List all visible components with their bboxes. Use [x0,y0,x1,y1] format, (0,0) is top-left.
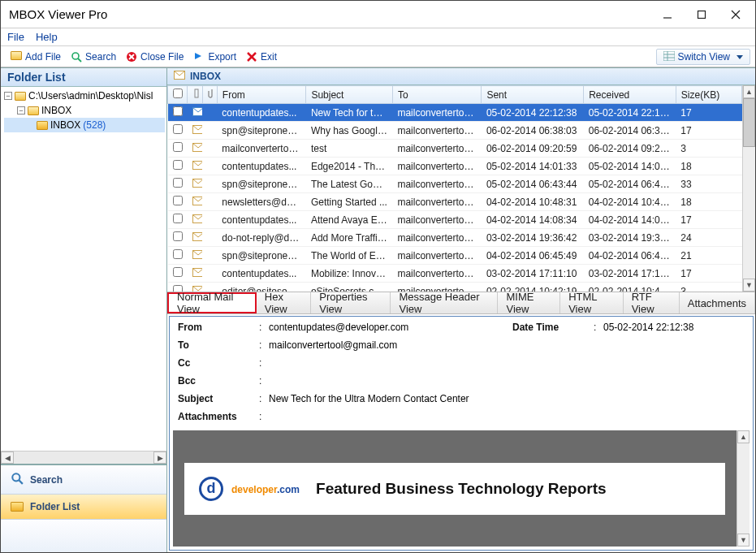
scroll-track[interactable] [14,451,153,464]
add-file-button[interactable]: Add File [6,50,66,64]
table-row[interactable]: spn@sitepronew...The World of Eco...mail… [168,247,742,265]
preview-vscrollbar[interactable]: ▲ ▼ [737,430,750,547]
table-row[interactable]: spn@sitepronew...Why has Google ...mailc… [168,122,742,140]
col-to[interactable]: To [392,86,482,104]
row-received: 05-02-2014 06:43:... [584,175,676,193]
col-size[interactable]: Size(KB) [676,86,741,104]
scroll-track[interactable] [737,443,750,534]
table-row[interactable]: contentupdates...New Tech for the ...mai… [168,104,742,122]
table-row[interactable]: newsletters@dev...Getting Started ...mai… [168,193,742,211]
scroll-up-icon[interactable]: ▲ [737,430,750,443]
tree-root[interactable]: − C:\Users\admin\Desktop\Nisl [4,89,165,103]
col-checkbox[interactable] [168,86,188,104]
tab-rtf-view[interactable]: RTF View [624,292,680,313]
folder-header-label: INBOX [190,71,221,82]
tab-mime-view[interactable]: MIME View [498,292,560,313]
switch-view-button[interactable]: Switch View [656,49,750,65]
maximize-button[interactable] [685,4,718,25]
tab-normal-mail-view[interactable]: Normal Mail View [167,292,257,313]
row-received: 02-02-2014 10:42:... [584,283,676,292]
preview-banner: d developer.com Featured Business Techno… [184,463,725,515]
col-flag[interactable] [188,86,202,104]
row-checkbox-input[interactable] [173,142,183,152]
table-row[interactable]: spn@sitepronew...The Latest Googl...mail… [168,175,742,193]
row-checkbox-input[interactable] [173,249,183,259]
mail-vscrollbar[interactable]: ▲ ▼ [742,85,755,292]
row-size: 18 [676,193,741,211]
row-checkbox-input[interactable] [173,124,183,134]
scroll-up-icon[interactable]: ▲ [743,85,755,98]
col-from[interactable]: From [217,86,306,104]
row-checkbox[interactable] [168,283,188,292]
mail-icon [188,140,202,158]
col-subject[interactable]: Subject [306,86,393,104]
tab-hex-view[interactable]: Hex View [257,292,311,313]
tree-inbox-sub[interactable]: INBOX (528) [4,118,165,132]
row-checkbox-input[interactable] [173,285,183,292]
col-received[interactable]: Received [584,86,676,104]
table-row[interactable]: contentupdates...Mobilize: Innovat...mai… [168,265,742,283]
row-checkbox[interactable] [168,140,188,158]
search-button[interactable]: Search [66,50,121,64]
scroll-down-icon[interactable]: ▼ [743,279,755,292]
row-subject: Mobilize: Innovat... [306,265,393,283]
close-file-button[interactable]: Close File [121,50,188,64]
tree-hscrollbar[interactable]: ◀ ▶ [1,451,166,464]
tab-message-header-view[interactable]: Message Header View [391,292,498,313]
tab-properties-view[interactable]: Properties View [311,292,391,313]
table-row[interactable]: contentupdates...Attend Avaya Evo...mail… [168,211,742,229]
row-checkbox[interactable] [168,122,188,140]
row-checkbox[interactable] [168,193,188,211]
row-checkbox-input[interactable] [173,196,183,205]
row-checkbox[interactable] [168,104,188,122]
scroll-down-icon[interactable]: ▼ [737,534,750,547]
collapse-icon[interactable]: − [17,106,25,114]
row-from: spn@sitepronew... [217,175,306,193]
row-size: 17 [676,211,741,229]
row-to: mailconvertertool... [392,122,482,140]
row-checkbox-input[interactable] [173,231,183,241]
mail-table[interactable]: From Subject To Sent Received Size(KB) c… [167,85,742,292]
mail-preview[interactable]: d developer.com Featured Business Techno… [173,430,737,547]
scroll-left-icon[interactable]: ◀ [1,451,14,464]
row-checkbox[interactable] [168,175,188,193]
export-button[interactable]: Export [188,50,241,64]
row-from: editor@esitesecr... [217,283,306,292]
menu-file[interactable]: File [7,31,24,43]
close-file-label: Close File [140,51,184,63]
collapse-icon[interactable]: − [4,92,12,100]
close-button[interactable] [719,4,752,25]
row-received: 06-02-2014 09:20:... [584,140,676,158]
tab-html-view[interactable]: HTML View [560,292,624,313]
tab-search[interactable]: Search [1,465,166,495]
table-row[interactable]: editor@esitesecr...eSiteSecrets.com ...m… [168,283,742,292]
tab-folder-list[interactable]: Folder List [1,495,166,520]
row-subject: Edge2014 - The P... [306,158,393,175]
row-checkbox[interactable] [168,247,188,265]
mail-icon [188,247,202,265]
row-checkbox-input[interactable] [173,267,183,277]
row-checkbox-input[interactable] [173,160,183,170]
select-all-checkbox[interactable] [173,89,183,98]
tree-inbox[interactable]: − INBOX [4,103,165,118]
row-checkbox[interactable] [168,158,188,175]
scroll-track[interactable] [743,147,755,279]
menu-help[interactable]: Help [36,31,58,43]
tab-attachments[interactable]: Attachments [680,292,755,313]
row-checkbox-input[interactable] [173,106,183,116]
row-checkbox-input[interactable] [173,178,183,188]
row-checkbox-input[interactable] [173,214,183,223]
table-row[interactable]: mailconvertertool...testmailconvertertoo… [168,140,742,158]
row-checkbox[interactable] [168,229,188,247]
minimize-button[interactable] [651,4,684,25]
col-sent[interactable]: Sent [482,86,584,104]
table-row[interactable]: contentupdates...Edge2014 - The P...mail… [168,158,742,175]
folder-tree[interactable]: − C:\Users\admin\Desktop\Nisl − INBOX IN… [1,87,166,451]
col-attachment[interactable] [202,86,217,104]
row-checkbox[interactable] [168,265,188,283]
exit-button[interactable]: Exit [241,50,282,64]
scroll-right-icon[interactable]: ▶ [153,451,166,464]
table-row[interactable]: do-not-reply@de...Add More Traffic ...ma… [168,229,742,247]
scroll-thumb[interactable] [743,98,755,147]
row-checkbox[interactable] [168,211,188,229]
